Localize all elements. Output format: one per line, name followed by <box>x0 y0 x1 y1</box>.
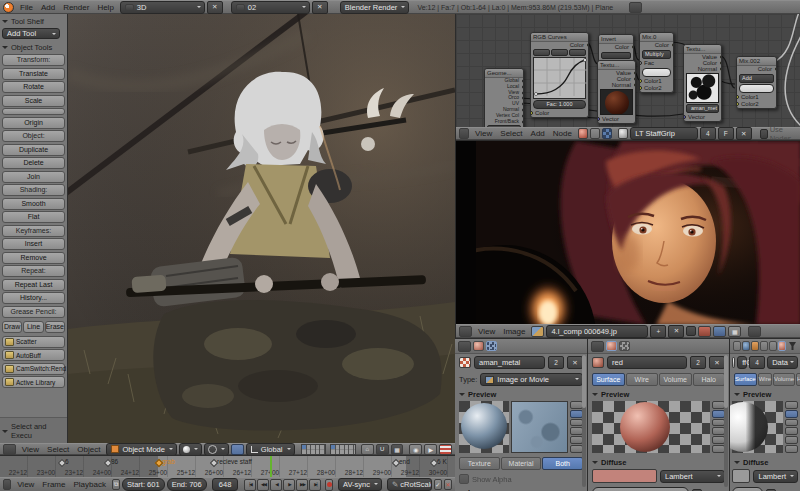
material-tab-icon[interactable] <box>778 341 786 351</box>
scrollbar[interactable] <box>724 355 728 487</box>
data-tab-icon[interactable] <box>769 341 777 351</box>
layers-widget-a[interactable] <box>301 444 327 455</box>
use-nodes-checkbox[interactable]: ✓ <box>760 129 768 139</box>
tool-button[interactable]: Repeat Last <box>2 279 65 291</box>
fac-slider[interactable] <box>642 68 671 77</box>
users-count-button[interactable]: 2 <box>690 356 706 369</box>
viewport-canvas[interactable] <box>68 14 455 443</box>
editor-type-icon[interactable] <box>591 341 604 352</box>
mode-dropdown[interactable]: Object Mode <box>106 443 177 456</box>
preview-panel-header[interactable]: Preview <box>455 388 587 399</box>
record-button[interactable] <box>325 479 333 491</box>
blender-logo-icon[interactable] <box>3 2 14 13</box>
playback-button[interactable]: ▶ <box>283 479 295 491</box>
preview-monkey-button[interactable] <box>785 427 798 435</box>
material-type-tab[interactable]: Wire <box>758 373 772 386</box>
preview-panel-header[interactable]: Preview <box>730 388 800 399</box>
editor-type-icon[interactable] <box>459 128 469 139</box>
output-socket[interactable] <box>634 83 636 87</box>
output-socket[interactable] <box>522 102 524 106</box>
viewport-menu[interactable]: View <box>22 445 39 454</box>
tool-button[interactable]: Translate <box>2 68 65 80</box>
tool-button[interactable]: Duplicate <box>2 144 65 156</box>
node-geometry[interactable]: Geome... GlobalLocalViewOrcoUVNormalVert… <box>484 68 524 134</box>
tool-button[interactable]: Origin <box>2 117 65 129</box>
sync-dropdown[interactable]: AV-sync <box>338 478 382 491</box>
curve-widget[interactable] <box>533 57 586 99</box>
select-execute-panel[interactable]: Select and Execu <box>0 417 68 443</box>
output-socket[interactable] <box>522 85 524 89</box>
output-socket[interactable] <box>522 108 524 112</box>
node-mix-add[interactable]: Mix.002 Color Add Color1 Color2 <box>736 56 777 109</box>
image-panel-header[interactable]: Image <box>455 486 587 491</box>
unlink-image-button[interactable]: ✕ <box>668 325 684 338</box>
playback-button[interactable]: ◀ <box>270 479 282 491</box>
material-type-tab[interactable]: Surface <box>734 373 757 386</box>
compositing-nodes-icon[interactable] <box>590 128 600 139</box>
playhead[interactable] <box>270 456 272 477</box>
texture-nodes-icon[interactable] <box>602 128 612 139</box>
shading-dropdown[interactable] <box>179 443 202 456</box>
material-type-tab[interactable]: Surface <box>592 373 625 386</box>
paint-mode-icon[interactable] <box>698 326 711 337</box>
delete-keyframe-icon[interactable]: ✕ <box>444 479 452 490</box>
node-output[interactable]: Color <box>737 66 776 73</box>
preview-panel-header[interactable]: Preview <box>588 388 729 399</box>
output-socket[interactable] <box>522 114 524 118</box>
node-input[interactable]: Vector <box>684 114 721 121</box>
input-socket[interactable] <box>640 61 642 65</box>
node-menu[interactable]: Node <box>553 129 572 138</box>
addon-tool-button[interactable]: Active Library <box>2 376 65 388</box>
window-split-icon[interactable] <box>629 2 642 13</box>
invert-channels-toggle[interactable] <box>601 52 631 59</box>
addon-tool-button[interactable]: Scatter <box>2 336 65 348</box>
node-input[interactable]: Color2 <box>640 85 673 92</box>
fac-slider[interactable]: Fac: 1.000 <box>533 100 586 109</box>
preview-show-tab[interactable]: Material <box>501 457 542 470</box>
editor-type-icon[interactable] <box>459 326 472 337</box>
output-socket[interactable] <box>720 55 722 59</box>
show-alpha-checkbox[interactable] <box>459 474 469 484</box>
modifier-tab-icon[interactable] <box>760 341 768 351</box>
output-socket[interactable] <box>522 91 524 95</box>
use-preview-range-icon[interactable]: ⧉ <box>112 479 120 490</box>
node-input[interactable]: Color <box>531 110 588 117</box>
shader-nodes-icon[interactable] <box>578 128 588 139</box>
timeline-marker[interactable]: grab <box>155 458 175 465</box>
tool-button[interactable] <box>2 108 65 115</box>
timeline-menu[interactable]: Frame <box>42 480 65 489</box>
tool-button[interactable]: Transform: <box>2 54 65 66</box>
unlink-button[interactable]: ✕ <box>709 356 725 369</box>
diffuse-shader-dropdown[interactable]: Lambert <box>753 470 798 483</box>
filter-funnel-icon[interactable] <box>789 342 796 350</box>
layers-widget-b[interactable] <box>330 444 356 455</box>
render-engine-selector[interactable]: Blender Render <box>340 1 410 14</box>
image-datablock[interactable]: 4.l_comp 000649.jp <box>546 325 648 338</box>
output-socket[interactable] <box>634 71 636 75</box>
tool-shelf-title[interactable]: Tool Shelf <box>2 17 65 26</box>
diffuse-color-swatch[interactable] <box>732 469 750 483</box>
fac-slider[interactable] <box>739 84 774 93</box>
tool-button[interactable]: Object: <box>2 130 65 142</box>
preview-sphere-button[interactable] <box>785 410 798 418</box>
timeline-marker[interactable]: 6 <box>58 458 69 465</box>
material-type-tab[interactable]: Wire <box>626 373 659 386</box>
image-menu[interactable]: Image <box>503 327 525 336</box>
orientation-dropdown[interactable]: Global <box>246 443 295 456</box>
material-type-tab[interactable]: Halo <box>693 373 726 386</box>
playback-button[interactable]: ▶▶ <box>296 479 308 491</box>
current-frame-field[interactable]: 648 <box>212 478 239 491</box>
unlink-button[interactable]: ✕ <box>736 127 752 140</box>
users-count-button[interactable]: 4 <box>749 356 765 369</box>
node-output[interactable]: Color <box>640 42 673 49</box>
editor-type-icon[interactable] <box>458 341 471 352</box>
mask-mode-icon[interactable] <box>713 326 726 337</box>
preview-flat-button[interactable] <box>785 401 798 409</box>
add-tool-dropdown[interactable]: Add Tool <box>2 28 60 39</box>
tool-button[interactable]: Remove <box>2 252 65 264</box>
grease-pencil-button[interactable]: Erase <box>45 321 65 333</box>
fake-user-button[interactable]: F <box>718 127 734 140</box>
info-menu[interactable]: File <box>20 3 33 12</box>
material-type-tab[interactable]: Volume <box>773 373 795 386</box>
node-mix-multiply[interactable]: Mix.0 Color Multiply Fac Color1 Color2 <box>639 32 674 93</box>
